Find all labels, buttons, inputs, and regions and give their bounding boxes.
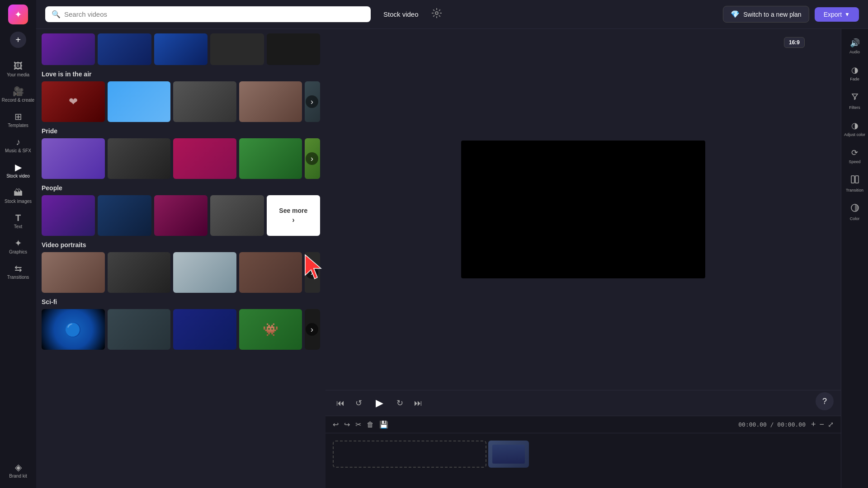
- stock-video-tab[interactable]: Stock video: [378, 8, 424, 21]
- skip-end-button[interactable]: ⏭: [412, 397, 424, 410]
- sidebar-item-graphics[interactable]: ✦ Graphics: [0, 234, 36, 259]
- video-thumb[interactable]: [98, 195, 151, 236]
- video-thumb[interactable]: [154, 195, 208, 236]
- see-more-button[interactable]: See more ›: [267, 195, 320, 236]
- help-button[interactable]: ?: [816, 392, 834, 410]
- people-row: See more ›: [42, 195, 320, 236]
- video-thumb[interactable]: [210, 33, 264, 65]
- video-thumb[interactable]: [173, 138, 236, 179]
- video-thumb[interactable]: [239, 138, 302, 179]
- transitions-icon: ⇆: [14, 264, 22, 273]
- pride-next-button[interactable]: ›: [305, 138, 320, 179]
- preview-area: [326, 29, 841, 390]
- zoom-in-button[interactable]: +: [811, 420, 816, 429]
- ai-search-button[interactable]: [431, 8, 442, 21]
- main-content: 🔍 Stock video 💎 Switch to a new plan Exp…: [36, 0, 868, 488]
- right-panel-transition[interactable]: Transition: [841, 170, 868, 197]
- redo-button[interactable]: ↪: [344, 420, 350, 429]
- search-box[interactable]: 🔍: [45, 6, 371, 22]
- record-create-icon: 🎥: [13, 87, 24, 96]
- cut-button[interactable]: ✂: [355, 420, 361, 429]
- right-panel-adjust-color[interactable]: ◑ Adjust color: [841, 116, 868, 141]
- switch-plan-button[interactable]: 💎 Switch to a new plan: [723, 6, 809, 23]
- video-thumb[interactable]: [154, 33, 208, 65]
- search-icon: 🔍: [52, 10, 61, 19]
- playhead: [528, 437, 529, 473]
- video-thumb[interactable]: [239, 81, 302, 122]
- sidebar-item-your-media[interactable]: 🖼 Your media: [0, 57, 36, 82]
- right-panel: 🔊 Audio ◑ Fade Filters ◑ Adjust color: [841, 29, 868, 488]
- svg-point-0: [435, 12, 438, 14]
- love-next-button[interactable]: ›: [305, 81, 320, 122]
- rewind-button[interactable]: ↺: [354, 396, 364, 410]
- play-pause-button[interactable]: ▶: [371, 395, 387, 411]
- gem-icon: 💎: [731, 10, 740, 19]
- speed-icon: ⟳: [851, 148, 858, 158]
- right-panel-color[interactable]: Color: [841, 199, 868, 225]
- preview-controls: ⏮ ↺ ▶ ↻ ⏭ ⛶: [326, 390, 841, 416]
- templates-icon: ⊞: [14, 112, 22, 121]
- video-thumb[interactable]: [108, 252, 171, 293]
- delete-button[interactable]: 🗑: [367, 421, 374, 429]
- right-panel-fade[interactable]: ◑ Fade: [841, 61, 868, 86]
- sidebar-item-transitions[interactable]: ⇆ Transitions: [0, 259, 36, 285]
- text-icon: T: [15, 213, 21, 222]
- save-button[interactable]: 💾: [379, 420, 388, 429]
- export-button[interactable]: Export ▼: [815, 7, 859, 22]
- forward-button[interactable]: ↻: [395, 396, 405, 410]
- sidebar-item-text[interactable]: T Text: [0, 209, 36, 234]
- pride-row: ›: [42, 138, 320, 179]
- sidebar-item-brand-kit[interactable]: ◈ Brand kit: [0, 458, 36, 483]
- video-thumb[interactable]: [42, 33, 95, 65]
- portraits-row: ›: [42, 252, 320, 293]
- video-thumb[interactable]: [108, 138, 171, 179]
- stock-video-icon: ▶: [15, 163, 22, 172]
- skip-start-button[interactable]: ⏮: [335, 397, 346, 410]
- undo-button[interactable]: ↩: [333, 420, 339, 429]
- video-thumb[interactable]: [42, 138, 105, 179]
- video-thumb[interactable]: [210, 195, 264, 236]
- scifi-next-button[interactable]: ›: [305, 309, 320, 350]
- aspect-ratio-badge[interactable]: 16:9: [784, 37, 805, 48]
- section-title-pride: Pride: [42, 127, 320, 135]
- video-thumb[interactable]: [98, 33, 151, 65]
- video-thumb[interactable]: [108, 309, 171, 350]
- timeline-clip[interactable]: [488, 441, 529, 468]
- video-thumb[interactable]: [42, 195, 95, 236]
- right-panel-speed[interactable]: ⟳ Speed: [841, 143, 868, 169]
- section-title-love: Love is in the air: [42, 70, 320, 78]
- export-dropdown-arrow: ▼: [844, 11, 850, 18]
- zoom-out-button[interactable]: −: [819, 420, 824, 429]
- sidebar-item-stock-images[interactable]: 🏔 Stock images: [0, 183, 36, 209]
- timeline-empty-track: [333, 441, 486, 468]
- sidebar-item-record-create[interactable]: 🎥 Record & create: [0, 82, 36, 108]
- sidebar-item-music-sfx[interactable]: ♪ Music & SFX: [0, 133, 36, 158]
- video-thumb[interactable]: ❤: [42, 81, 105, 122]
- right-panel-audio[interactable]: 🔊 Audio: [841, 33, 868, 59]
- video-thumb[interactable]: [42, 252, 105, 293]
- love-row: ❤ ›: [42, 81, 320, 122]
- right-panel-filters[interactable]: Filters: [841, 88, 868, 114]
- video-thumb[interactable]: [173, 81, 236, 122]
- video-thumb[interactable]: [108, 81, 171, 122]
- body-area: Love is in the air ❤ › Pride: [36, 29, 868, 488]
- sidebar-item-stock-video[interactable]: ▶ Stock video: [0, 158, 36, 183]
- music-sfx-icon: ♪: [16, 137, 20, 146]
- clip-thumbnail: [488, 441, 529, 468]
- video-thumb[interactable]: 👾: [239, 309, 302, 350]
- svg-rect-3: [851, 176, 854, 183]
- sidebar-item-templates[interactable]: ⊞ Templates: [0, 108, 36, 133]
- portraits-next-button[interactable]: ›: [305, 252, 320, 293]
- timeline-fullscreen-button[interactable]: ⤢: [828, 420, 834, 429]
- timeline-track: [326, 433, 841, 488]
- center-panel: 16:9 ⏮ ↺ ▶ ↻ ⏭ ⛶ ↩ ↪ ✂ 🗑 💾 00:00.00 /: [326, 29, 841, 488]
- video-thumb[interactable]: [173, 252, 236, 293]
- search-input[interactable]: [64, 10, 364, 18]
- add-button[interactable]: +: [10, 32, 26, 48]
- video-thumb[interactable]: 🔵: [42, 309, 105, 350]
- fade-icon: ◑: [851, 65, 859, 75]
- video-thumb[interactable]: [239, 252, 302, 293]
- video-thumb[interactable]: [173, 309, 236, 350]
- zoom-controls: + − ⤢: [811, 420, 834, 429]
- video-thumb[interactable]: [267, 33, 320, 65]
